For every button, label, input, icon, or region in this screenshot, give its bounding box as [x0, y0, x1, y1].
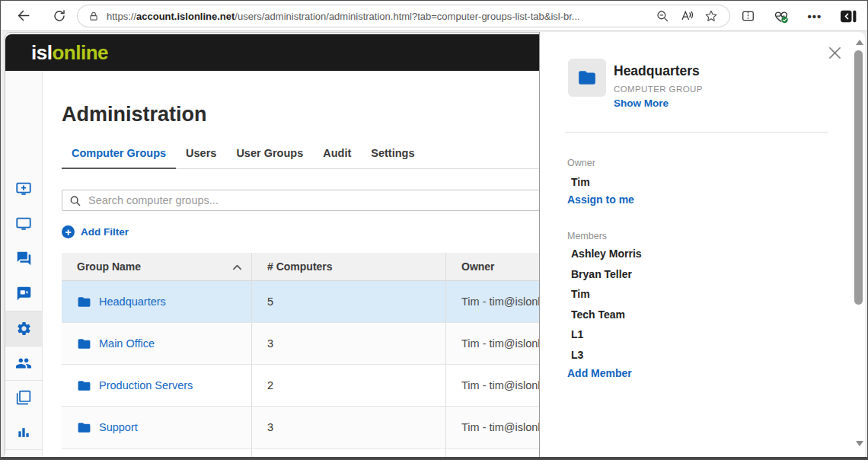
- computer-count: 5: [252, 281, 446, 322]
- table-row-partial: [62, 449, 539, 457]
- window-bottom-frame: [1, 457, 867, 459]
- video-chat-icon: [16, 286, 32, 302]
- refresh-button[interactable]: [46, 5, 72, 27]
- sidebar-toggle-button[interactable]: [835, 5, 861, 27]
- table-row-main-office[interactable]: Main Office 3 Tim - tim@islonl: [62, 323, 539, 365]
- layers-icon: [16, 390, 31, 405]
- sidebar-item-add-computer[interactable]: [5, 171, 42, 206]
- assign-to-me-link[interactable]: Assign to me: [567, 193, 634, 206]
- sidebar-item-chat[interactable]: [5, 241, 42, 276]
- close-panel-button[interactable]: [826, 44, 843, 61]
- panel-title: Headquarters: [614, 63, 700, 79]
- add-member-link[interactable]: Add Member: [567, 367, 632, 379]
- gear-icon: [16, 321, 32, 337]
- table-header-row: Group Name # Computers Owner: [62, 253, 539, 281]
- owner-name: Tim: [571, 176, 590, 188]
- table-row-production-servers[interactable]: Production Servers 2 Tim - tim@islonl: [62, 365, 539, 407]
- owner-value: Tim - tim@islonl: [446, 407, 539, 448]
- zoom-out-icon: [656, 9, 669, 23]
- url-text[interactable]: https://account.islonline.net/users/admi…: [107, 11, 650, 22]
- column-header-computers[interactable]: # Computers: [252, 253, 446, 280]
- tab-settings[interactable]: Settings: [361, 147, 424, 168]
- url-host: account.islonline.net: [136, 11, 235, 22]
- search-box: [62, 190, 539, 211]
- group-name-link[interactable]: Headquarters: [99, 295, 166, 308]
- member-item: Tim: [571, 288, 642, 308]
- group-name-header-label: Group Name: [77, 260, 141, 273]
- scrollbar-up-arrow-icon[interactable]: [856, 40, 863, 45]
- members-list: Ashley Morris Bryan Teller Tim Tech Team…: [571, 248, 642, 369]
- back-button[interactable]: [10, 5, 36, 27]
- islonline-logo[interactable]: islonline: [31, 41, 108, 65]
- computer-groups-table: Group Name # Computers Owner Headquarter…: [62, 253, 539, 457]
- zoom-out-button[interactable]: [650, 6, 675, 26]
- scrollbar-thumb[interactable]: [854, 50, 863, 305]
- search-input[interactable]: [62, 190, 539, 210]
- search-icon: [69, 195, 81, 207]
- panel-divider: [565, 132, 828, 133]
- close-icon: [828, 46, 841, 59]
- people-icon: [15, 355, 32, 372]
- browser-toolbar: https://account.islonline.net/users/admi…: [1, 1, 867, 31]
- sidebar-item-computers[interactable]: [5, 206, 42, 241]
- page-title: Administration: [62, 103, 207, 126]
- sidebar-item-sessions[interactable]: [5, 380, 42, 414]
- logo-isl: isl: [31, 41, 52, 64]
- app-header: islonline: [5, 34, 539, 71]
- star-icon: [704, 9, 718, 23]
- refresh-icon: [53, 9, 66, 23]
- sort-ascending-icon: [232, 264, 242, 270]
- computer-count: 2: [252, 365, 446, 406]
- tab-users[interactable]: Users: [176, 147, 226, 168]
- monitor-plus-icon: [15, 180, 32, 197]
- add-filter-button[interactable]: + Add Filter: [62, 225, 129, 238]
- panel-scrollbar[interactable]: [854, 35, 865, 454]
- sidebar-item-settings[interactable]: [5, 311, 42, 346]
- group-avatar: [568, 59, 606, 97]
- member-item: Ashley Morris: [571, 248, 642, 268]
- owner-value: Tim - tim@islonl: [446, 281, 539, 322]
- logo-online: online: [52, 41, 108, 64]
- show-more-link[interactable]: Show More: [614, 97, 669, 109]
- folder-icon: [577, 68, 597, 88]
- member-item: Tech Team: [571, 308, 642, 329]
- member-item: Bryan Teller: [571, 268, 642, 289]
- group-name-link[interactable]: Main Office: [99, 337, 155, 350]
- ellipsis-icon: •••: [808, 10, 822, 23]
- tab-computer-groups[interactable]: Computer Groups: [62, 147, 176, 169]
- computer-count: 3: [252, 323, 446, 364]
- detail-panel: Headquarters COMPUTER GROUP Show More Ow…: [539, 32, 865, 457]
- folder-icon: [77, 379, 91, 393]
- chat-bubbles-icon: [16, 251, 32, 267]
- computer-count: 3: [252, 407, 446, 448]
- sidebar-item-video-call[interactable]: [5, 276, 42, 311]
- group-name-link[interactable]: Support: [99, 421, 138, 433]
- split-screen-icon: [741, 9, 755, 23]
- tab-user-groups[interactable]: User Groups: [226, 147, 313, 168]
- main-content: Administration Computer Groups Users Use…: [43, 71, 539, 457]
- scrollbar-down-arrow-icon[interactable]: [856, 441, 863, 446]
- folder-icon: [77, 420, 91, 435]
- column-header-group-name[interactable]: Group Name: [62, 253, 252, 280]
- browser-essentials-button[interactable]: [768, 5, 794, 27]
- browser-menu-button[interactable]: •••: [802, 5, 828, 27]
- table-row-support[interactable]: Support 3 Tim - tim@islonl: [62, 407, 539, 449]
- sidebar-toggle-icon: [840, 9, 857, 24]
- url-path: /users/administration/administration.htm…: [235, 11, 579, 22]
- owner-value: Tim - tim@islonl: [446, 323, 539, 364]
- split-screen-button[interactable]: [735, 5, 761, 27]
- panel-type-label: COMPUTER GROUP: [614, 85, 703, 94]
- member-item: L1: [571, 328, 642, 349]
- owner-section-label: Owner: [567, 158, 595, 168]
- group-name-link[interactable]: Production Servers: [99, 379, 193, 391]
- sidebar-item-users[interactable]: [5, 346, 42, 380]
- bar-chart-icon: [16, 425, 31, 440]
- favorite-button[interactable]: [699, 6, 723, 26]
- add-filter-label: Add Filter: [81, 226, 129, 238]
- tab-audit[interactable]: Audit: [313, 147, 361, 168]
- read-aloud-button[interactable]: [675, 6, 699, 26]
- address-bar[interactable]: https://account.islonline.net/users/admi…: [77, 5, 730, 27]
- sidebar-item-reports[interactable]: [5, 415, 42, 449]
- table-row-headquarters[interactable]: Headquarters 5 Tim - tim@islonl: [62, 281, 539, 323]
- column-header-owner[interactable]: Owner: [446, 253, 539, 280]
